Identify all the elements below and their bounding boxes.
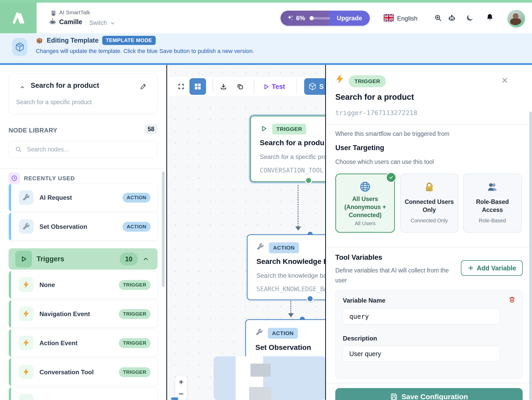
template-mode-banner: Editing Template TEMPLATE MODE Changes w…: [0, 33, 532, 65]
bot-name: Camille: [59, 18, 82, 26]
save-template-button[interactable]: S: [304, 78, 326, 95]
node-code: CONVERSATION_TOOL: [260, 167, 324, 174]
variable-description-label: Description: [343, 335, 377, 342]
node-type-badge: TRIGGER: [119, 338, 151, 348]
package-icon: [36, 37, 43, 44]
building-icon: [50, 10, 57, 16]
template-mode-badge: TEMPLATE MODE: [102, 36, 156, 45]
divider: [326, 124, 532, 125]
node-item-navigation-event[interactable]: Navigation Event TRIGGER: [9, 300, 158, 328]
flow-summary-card[interactable]: Search for a product Search for a specif…: [9, 74, 158, 114]
flow-edge: [298, 185, 298, 226]
test-button[interactable]: Test: [272, 77, 285, 96]
variable-card: Variable Name Description: [335, 290, 523, 379]
user-avatar[interactable]: [507, 10, 525, 28]
node-search-box[interactable]: [9, 141, 158, 158]
minimap-node: [250, 364, 271, 377]
connector-handle[interactable]: [305, 177, 312, 184]
node-item-label: Action Event: [39, 329, 78, 357]
lightning-icon: [19, 365, 33, 379]
banner-message: Changes will update the template. Click …: [36, 48, 254, 55]
node-item-partial[interactable]: [9, 387, 158, 400]
save-template-label: S: [319, 83, 324, 91]
triggers-group-label: Triggers: [37, 248, 64, 270]
chevron-down-icon[interactable]: [110, 21, 115, 26]
node-item-conversation-tool[interactable]: Conversation Tool TRIGGER: [9, 358, 158, 386]
triggers-count-badge: 10: [120, 252, 138, 265]
flow-node-search-knowledge[interactable]: ACTION Search Knowledge B Search the kno…: [247, 234, 326, 300]
save-configuration-button[interactable]: Save Configuration: [335, 388, 523, 400]
divider: [326, 383, 532, 383]
node-type-badge: TRIGGER: [272, 124, 306, 135]
language-selector[interactable]: English: [397, 15, 418, 22]
trigger-id: trigger-1767113272218: [335, 109, 417, 117]
node-description: Search for a specific proc: [260, 153, 326, 161]
toolbar-divider: [213, 79, 213, 94]
download-icon[interactable]: [220, 83, 227, 90]
upgrade-pill[interactable]: 6% Upgrade: [281, 11, 370, 26]
edit-pencil-icon[interactable]: [140, 83, 147, 90]
targeting-option-connected-only[interactable]: Connected Users Only Connected Only: [400, 174, 459, 233]
node-type-badge: ACTION: [122, 193, 151, 203]
node-item-action-event[interactable]: Action Event TRIGGER: [9, 329, 158, 357]
node-library-sidebar: Search for a product Search for a specif…: [0, 65, 167, 400]
node-item-none[interactable]: None TRIGGER: [9, 271, 158, 299]
users-icon: [487, 181, 499, 193]
top-accent-strip: [0, 0, 532, 3]
targeting-option-subtitle: All Users: [338, 221, 392, 226]
canvas-minimap[interactable]: [214, 356, 326, 400]
plus-icon: [467, 265, 474, 271]
node-library-heading: NODE LIBRARY: [9, 127, 57, 134]
zoom-search-icon[interactable]: [434, 14, 442, 22]
uk-flag-icon[interactable]: [384, 14, 394, 22]
targeting-option-all-users[interactable]: All Users (Anonymous + Connected) All Us…: [335, 174, 395, 233]
flow-edge: [290, 301, 291, 314]
notifications-bell-icon[interactable]: [486, 13, 494, 21]
triggers-group-header[interactable]: Triggers 10: [9, 248, 158, 270]
variable-name-label: Variable Name: [343, 297, 385, 304]
chevron-up-icon[interactable]: [142, 256, 149, 262]
fullscreen-icon[interactable]: [178, 83, 185, 90]
test-play-icon[interactable]: [263, 83, 270, 90]
flow-node-trigger[interactable]: TRIGGER Search for a produ Search for a …: [250, 116, 326, 182]
variable-name-input[interactable]: [343, 308, 500, 324]
tool-variables-heading: Tool Variables: [335, 254, 382, 262]
node-item-label: Set Observation: [39, 213, 87, 240]
switch-bot-button[interactable]: Switch: [89, 19, 107, 26]
add-variable-label: Add Variable: [477, 264, 516, 272]
node-type-badge: ACTION: [268, 328, 298, 339]
canvas-toolbar: Test S: [168, 76, 326, 97]
node-item-set-observation[interactable]: Set Observation ACTION: [9, 213, 158, 241]
close-icon[interactable]: [501, 76, 509, 84]
connector-handle[interactable]: [306, 295, 314, 302]
trash-icon[interactable]: [508, 296, 516, 303]
collapse-chevron-up-icon[interactable]: [19, 84, 25, 90]
edge-arrow: [288, 313, 294, 317]
upgrade-button[interactable]: Upgrade: [329, 11, 370, 26]
toolbar-divider: [254, 79, 254, 94]
flow-canvas[interactable]: Test S TRIGGER Search for a produ Search…: [166, 65, 326, 400]
add-variable-button[interactable]: Add Variable: [461, 260, 523, 276]
copy-icon[interactable]: [236, 83, 244, 90]
targeting-option-role-based[interactable]: Role-Based Access Role-Based: [463, 174, 522, 233]
app-logo[interactable]: [0, 3, 37, 33]
logo-icon: [10, 10, 26, 26]
assistant-robot-icon[interactable]: [448, 14, 456, 22]
zoom-in-button[interactable]: +: [175, 376, 187, 388]
play-icon: [260, 125, 268, 132]
targeting-option-title: Connected Users Only: [403, 198, 456, 214]
node-item-ai-request[interactable]: AI Request ACTION: [9, 184, 158, 211]
minimap-node: [249, 387, 271, 400]
sidebar-scrollbar[interactable]: [162, 171, 165, 287]
node-description: Search the knowledge base: [256, 272, 326, 279]
variable-description-input[interactable]: [343, 346, 500, 362]
layout-grid-button[interactable]: [189, 78, 206, 95]
lightning-icon: [335, 74, 345, 84]
cube-icon: [12, 38, 27, 56]
search-input[interactable]: [26, 146, 157, 153]
panel-scrollbar[interactable]: [529, 112, 532, 400]
play-icon: [15, 251, 32, 267]
user-targeting-description: Choose which users can use this tool: [335, 158, 434, 165]
canvas-scroll-thumb[interactable]: [171, 397, 178, 400]
dark-mode-moon-icon[interactable]: [466, 14, 474, 22]
